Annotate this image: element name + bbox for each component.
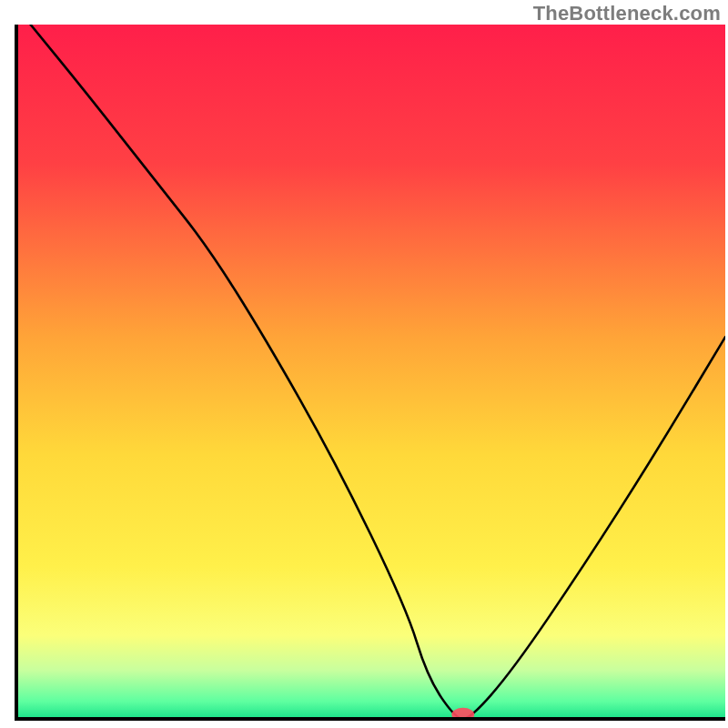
watermark-text: TheBottleneck.com: [533, 2, 721, 25]
bottleneck-chart: [0, 0, 728, 728]
chart-stage: TheBottleneck.com: [0, 0, 728, 728]
gradient-background: [16, 25, 725, 719]
